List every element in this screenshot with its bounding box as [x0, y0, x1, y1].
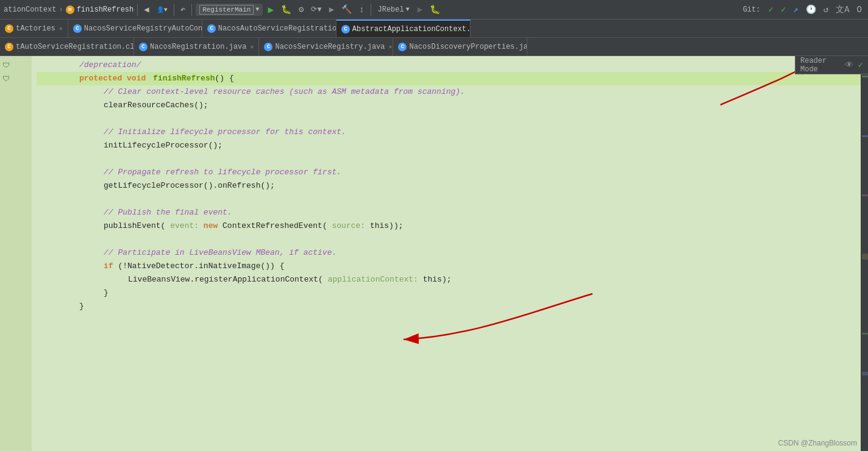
sync-icon[interactable]: ↕	[357, 4, 366, 16]
gutter-line-11	[0, 193, 32, 206]
tab-icon-nacos-auto-reg: C	[207, 24, 216, 33]
tab-nacos-service-registry[interactable]: C NacosServiceRegistry.java ✕	[259, 38, 393, 55]
git-push-icon[interactable]: ↗	[791, 3, 800, 16]
gutter-line-12	[0, 206, 32, 219]
code-line-comment1: // Clear context-level resource caches (…	[37, 85, 868, 99]
gutter-line-13	[0, 219, 32, 233]
tab-close-nacos-service-registry[interactable]: ✕	[389, 43, 393, 51]
code-line-live-beans: LiveBeansView.registerApplicationContext…	[37, 273, 868, 286]
code-line-clear-caches: clearResourceCaches();	[37, 99, 868, 112]
tab-close-factories[interactable]: ✕	[59, 25, 63, 32]
tab-bar-row2: C tAutoServiceRegistration.class ✕ C Nac…	[0, 38, 868, 56]
tab-icon-nacos-registration: C	[139, 43, 148, 51]
git-history-icon[interactable]: 🕐	[803, 3, 819, 16]
jrebel-run-icon[interactable]: ▶	[415, 3, 425, 16]
tab-nacos-auto-config[interactable]: C NacosServiceRegistryAutoConfiguration.…	[68, 20, 202, 37]
sep2	[174, 4, 174, 16]
reader-icon-eye[interactable]: 👁	[845, 60, 853, 70]
gutter-line-1: 🛡	[0, 59, 32, 72]
tab-label-nacos-discovery-props: NacosDiscoveryProperties.java	[409, 43, 527, 51]
tab-label-nacos-registration: NacosRegistration.java	[150, 43, 246, 51]
tab-icon-nacos-auto-config: C	[73, 24, 82, 33]
gutter-line-9	[0, 166, 32, 179]
breadcrumb: ationContext › m finishRefresh	[4, 5, 133, 14]
jrebel-dropdown-icon[interactable]: ▼	[406, 6, 410, 13]
shield-icon-2: 🛡	[2, 74, 10, 83]
code-line-init-lifecycle: initLifecycleProcessor();	[37, 139, 868, 152]
gutter-line-4	[0, 99, 32, 112]
tab-label-auto-reg-class: tAutoServiceRegistration.class	[16, 43, 134, 51]
git-check2-icon[interactable]: ✓	[778, 3, 788, 16]
profile-icon[interactable]: ⟳▼	[308, 4, 324, 15]
reader-mode-bar: Reader Mode 👁 ✓	[795, 56, 868, 74]
code-line-close-method: }	[37, 300, 868, 313]
code-line-empty2	[37, 152, 868, 166]
translate-icon[interactable]: 文A	[833, 3, 852, 16]
tab-nacos-registration[interactable]: C NacosRegistration.java ✕	[134, 38, 259, 55]
gutter-line-8	[0, 152, 32, 166]
gutter-line-7	[0, 139, 32, 152]
watermark: CSDN @ZhangBlossom	[778, 439, 857, 447]
run-config-selector[interactable]: RegisterMain ▼	[196, 4, 263, 16]
main-toolbar: ationContext › m finishRefresh ◀ 👤▼ ↶ Re…	[0, 0, 868, 20]
tab-icon-nacos-discovery-props: C	[398, 43, 407, 51]
gutter-line-15	[0, 246, 32, 260]
tab-label-nacos-auto-config: NacosServiceRegistryAutoConfiguration.ja…	[84, 24, 202, 33]
tab-icon-auto-reg-class: C	[5, 43, 13, 51]
tab-label-nacos-auto-reg: NacosAutoServiceRegistration.java	[218, 24, 336, 33]
tab-icon-abstract-app-context: C	[341, 25, 350, 34]
tab-factories[interactable]: C tActories ✕	[0, 20, 68, 37]
git-undo-icon[interactable]: ↺	[821, 3, 831, 16]
line-gutter: 🛡 🛡	[0, 56, 32, 451]
breadcrumb-module-icon: m	[66, 5, 74, 14]
code-line-if-native: if (!NativeDetector.inNativeImage()) {	[37, 260, 868, 273]
jrebel-selector[interactable]: JRebel ▼	[375, 4, 413, 15]
run-config-dropdown-icon[interactable]: ▼	[255, 6, 259, 13]
toolbar-right-section: Git: ✓ ✓ ↗ 🕐 ↺ 文A O	[740, 3, 864, 16]
gutter-line-2: 🛡	[0, 72, 32, 85]
tab-auto-reg-class[interactable]: C tAutoServiceRegistration.class ✕	[0, 38, 134, 55]
git-check1-icon[interactable]: ✓	[766, 3, 775, 16]
code-line-method-decl: protected void finishRefresh () {	[37, 72, 868, 85]
scrollbar-minimap[interactable]	[861, 56, 868, 451]
tab-label-nacos-service-registry: NacosServiceRegistry.java	[275, 43, 385, 51]
gutter-line-14	[0, 233, 32, 246]
build-icon[interactable]: 🔨	[339, 3, 354, 16]
sep3	[191, 4, 192, 16]
settings-icon[interactable]: O	[855, 4, 864, 16]
reader-check-icon[interactable]: ✓	[858, 60, 863, 70]
code-line-publish-event: publishEvent( event: new ContextRefreshe…	[37, 219, 868, 233]
gutter-line-10	[0, 179, 32, 193]
code-line-comment2: // Initialize lifecycle processor for th…	[37, 126, 868, 139]
gutter-line-19	[0, 300, 32, 313]
undo-icon[interactable]: ↶	[178, 3, 188, 16]
gutter-line-6	[0, 126, 32, 139]
stop-icon[interactable]: ▶	[327, 3, 336, 16]
git-label: Git:	[740, 4, 764, 15]
code-line-get-lifecycle: getLifecycleProcessor().onRefresh();	[37, 179, 868, 193]
shield-icon-1: 🛡	[2, 61, 10, 70]
back-icon[interactable]: ◀	[141, 3, 151, 16]
tab-close-nacos-registration[interactable]: ✕	[250, 43, 254, 51]
tab-label-abstract-app-context: AbstractApplicationContext.java	[352, 25, 471, 34]
tab-icon-factories: C	[5, 24, 13, 33]
coverage-icon[interactable]: ⚙	[296, 3, 306, 16]
code-line-comment5: // Participate in LiveBeansView MBean, i…	[37, 246, 868, 260]
debug-icon[interactable]: 🐛	[279, 3, 294, 16]
run-config-box: RegisterMain	[199, 5, 254, 15]
jrebel-debug-icon[interactable]: 🐛	[427, 3, 443, 16]
tab-icon-nacos-service-registry: C	[264, 43, 272, 51]
tab-nacos-auto-reg[interactable]: C NacosAutoServiceRegistration.java ✕	[202, 20, 336, 37]
code-editor-content[interactable]: /deprecation/ protected void finishRefre…	[32, 56, 868, 451]
breadcrumb-method: finishRefresh	[77, 5, 134, 14]
code-line-comment4: // Publish the final event.	[37, 206, 868, 219]
tab-abstract-app-context[interactable]: C AbstractApplicationContext.java ✕	[336, 20, 471, 37]
reader-mode-label[interactable]: Reader Mode	[800, 57, 840, 74]
breadcrumb-context: ationContext	[4, 5, 56, 14]
forward-icon[interactable]: 👤▼	[154, 5, 170, 15]
tab-bar-row1: C tActories ✕ C NacosServiceRegistryAuto…	[0, 20, 868, 38]
tab-nacos-discovery-props[interactable]: C NacosDiscoveryProperties.java ✕	[393, 38, 527, 55]
gutter-line-16	[0, 260, 32, 273]
run-icon[interactable]: ▶	[265, 2, 276, 17]
code-line-deprecation: /deprecation/	[37, 59, 868, 72]
